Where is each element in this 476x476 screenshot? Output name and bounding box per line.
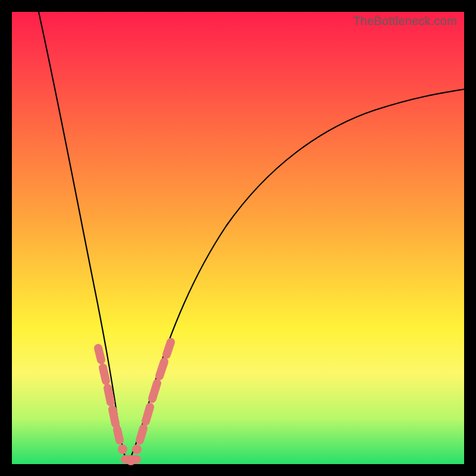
marker-right-5 <box>159 362 164 376</box>
marker-left-5 <box>117 430 120 440</box>
marker-right-1 <box>132 444 142 454</box>
marker-left-1 <box>98 348 101 360</box>
marker-left-2 <box>103 368 106 381</box>
curve-left-branch <box>39 12 128 463</box>
curve-right-branch <box>128 89 464 463</box>
marker-left-3 <box>108 388 111 402</box>
watermark-text: TheBottleneck.com <box>353 14 457 28</box>
marker-left-4 <box>112 409 115 424</box>
chart-svg <box>12 12 464 464</box>
marker-valley-2 <box>126 456 136 465</box>
marker-right-2 <box>140 428 143 440</box>
marker-right-3 <box>146 407 150 421</box>
marker-left-6 <box>118 444 127 454</box>
marker-right-6 <box>167 342 171 355</box>
plot-area: TheBottleneck.com <box>12 12 464 464</box>
marker-right-4 <box>152 383 157 399</box>
outer-frame: TheBottleneck.com <box>0 0 476 476</box>
